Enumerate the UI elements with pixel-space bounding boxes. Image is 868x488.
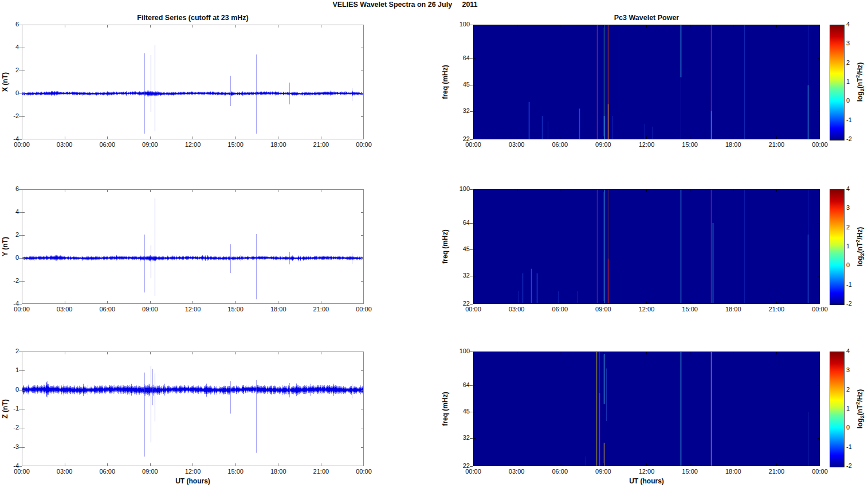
x-tick-label: 21:00 (309, 468, 332, 475)
y-tick-label: -4 (0, 300, 19, 307)
x-tick-label: 06:00 (548, 141, 571, 148)
colorbar-tick-label: 1 (846, 405, 863, 412)
colorbar-tick-label: 1 (846, 243, 863, 249)
y-tick-mark (19, 25, 22, 25)
y-tick-mark (470, 85, 473, 85)
x-tick-label: 09:00 (592, 141, 615, 148)
y-tick-label: 4 (0, 44, 19, 50)
y-tick-label: 45 (441, 245, 470, 252)
x-tick-label: 15:00 (678, 306, 701, 313)
y-tick-label: 1 (0, 366, 19, 373)
y-tick-label: -2 (0, 277, 19, 284)
y-tick-label: -2 (0, 424, 19, 431)
colorbar-tick-label: -2 (846, 135, 863, 142)
y-tick-mark (19, 71, 22, 71)
y-tick-mark (470, 412, 473, 412)
y-tick-mark (470, 139, 473, 140)
x-tick-label: 12:00 (182, 306, 205, 313)
colorbar-tick-label: 2 (846, 224, 863, 231)
y-tick-mark (19, 390, 22, 391)
colorbar-tick-label: -1 (846, 116, 863, 123)
x-tick-label: 18:00 (722, 468, 745, 475)
colorbar (830, 25, 845, 140)
colorbar-tick-label: 3 (846, 366, 863, 373)
x-tick-label: 06:00 (548, 468, 571, 475)
y-tick-mark (19, 304, 22, 304)
y-tick-mark (19, 409, 22, 409)
y-tick-label: -1 (0, 405, 19, 412)
colorbar-tick-label: 0 (846, 261, 863, 268)
x-tick-label: 21:00 (309, 141, 332, 148)
y-tick-label: 2 (0, 348, 19, 354)
x-tick-label: 12:00 (635, 141, 658, 148)
y-tick-label: 45 (441, 81, 470, 88)
y-tick-label: 2 (0, 231, 19, 238)
y-tick-label: 6 (0, 185, 19, 192)
y-tick-label: 4 (0, 208, 19, 215)
y-tick-mark (470, 352, 473, 352)
x-tick-label: 06:00 (96, 468, 119, 475)
y-tick-label: -4 (0, 135, 19, 142)
right-column-title: Pc3 Wavelet Power (473, 14, 820, 22)
x-tick-label: 09:00 (139, 468, 162, 475)
x-tick-label: 15:00 (224, 141, 247, 148)
y-wavelet-panel (473, 189, 820, 304)
x-tick-label: 18:00 (722, 306, 745, 313)
right-xaxis-label: UT (hours) (473, 477, 820, 485)
y-tick-label: 22 (441, 300, 470, 307)
y-tick-label: 0 (0, 254, 19, 261)
y-tick-label: 6 (0, 21, 19, 28)
colorbar-tick-label: 4 (846, 185, 863, 192)
y-tick-label: 32 (441, 107, 470, 114)
y-tick-mark (470, 189, 473, 190)
y-tick-mark (19, 466, 22, 467)
y-tick-mark (470, 304, 473, 304)
x-wavelet-panel (473, 25, 820, 139)
y-tick-mark (19, 281, 22, 282)
y-tick-mark (470, 58, 473, 59)
z-series-panel (22, 352, 364, 466)
y-tick-label: 2 (0, 67, 19, 73)
y-tick-label: 64 (441, 54, 470, 61)
y-tick-label: 64 (441, 381, 470, 388)
y-tick-mark (470, 385, 473, 386)
y-tick-mark (19, 370, 22, 371)
y-tick-mark (19, 428, 22, 428)
x-tick-label: 03:00 (53, 468, 76, 475)
y-tick-mark (470, 223, 473, 224)
colorbar-tick-label: -2 (846, 462, 863, 469)
x-tick-label: 06:00 (96, 141, 119, 148)
left-column-title: Filtered Series (cutoff at 23 mHz) (22, 14, 364, 22)
colorbar (830, 352, 845, 467)
y-tick-mark (19, 447, 22, 448)
y-tick-mark (19, 258, 22, 259)
y-tick-mark (19, 189, 22, 190)
y-tick-label: 100 (441, 21, 470, 28)
x-tick-label: 21:00 (309, 306, 332, 313)
x-tick-label: 18:00 (267, 306, 290, 313)
y-tick-mark (19, 212, 22, 213)
y-series-panel (22, 189, 364, 304)
y-tick-label: 100 (441, 185, 470, 192)
y-tick-mark (470, 249, 473, 250)
y-tick-label: 64 (441, 219, 470, 226)
x-tick-label: 18:00 (267, 468, 290, 475)
x-tick-label: 06:00 (96, 306, 119, 313)
y-tick-mark (19, 93, 22, 94)
x-series-panel (22, 25, 364, 139)
x-tick-label: 09:00 (592, 306, 615, 313)
x-tick-label: 21:00 (765, 468, 788, 475)
colorbar-tick-label: 4 (846, 348, 863, 354)
x-tick-label: 12:00 (635, 306, 658, 313)
x-tick-label: 21:00 (765, 141, 788, 148)
colorbar-tick-label: 4 (846, 21, 863, 28)
y-tick-label: 22 (441, 135, 470, 142)
x-tick-label: 09:00 (592, 468, 615, 475)
x-tick-label: 15:00 (224, 468, 247, 475)
x-tick-label: 00:00 (808, 468, 831, 475)
x-tick-label: 12:00 (182, 141, 205, 148)
y-tick-label: 0 (0, 386, 19, 393)
y-tick-label: 0 (0, 89, 19, 96)
colorbar-tick-label: 2 (846, 386, 863, 393)
x-tick-label: 00:00 (352, 468, 375, 475)
